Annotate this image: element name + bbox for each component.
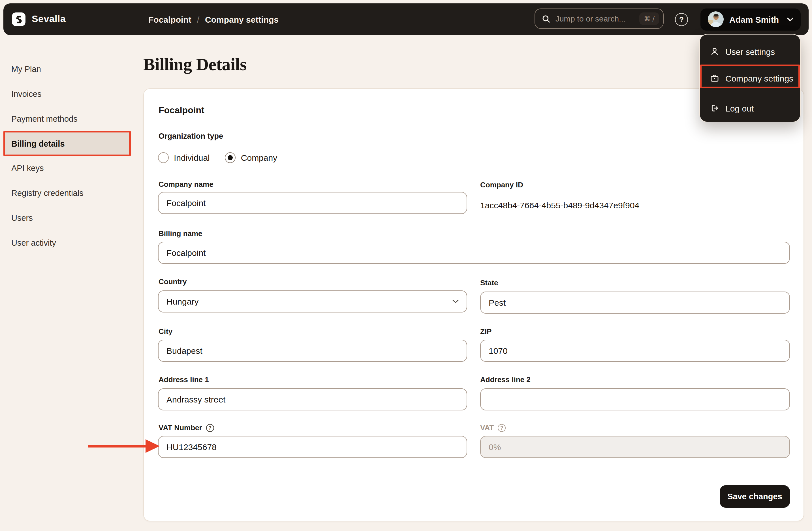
billing-name-input[interactable]: [158, 242, 790, 264]
organization-type-label: Organization type: [159, 132, 223, 141]
address-line-1-label: Address line 1: [159, 375, 209, 384]
vat-number-help-icon[interactable]: ?: [206, 424, 214, 432]
company-id-value: 1acc48b4-7664-4b55-b489-9d4347e9f904: [480, 201, 639, 210]
radio-option-company[interactable]: Company: [225, 152, 277, 163]
sevalla-logo-icon: [12, 13, 26, 26]
brand[interactable]: Sevalla: [12, 13, 66, 26]
state-label: State: [480, 279, 498, 287]
menu-item-user-settings[interactable]: User settings: [700, 39, 800, 64]
search-placeholder: Jump to or search...: [555, 14, 634, 23]
sidebar-item-invoices[interactable]: Invoices: [11, 85, 125, 102]
search-shortcut-badge: ⌘ /: [639, 13, 659, 25]
chevron-down-icon: [787, 17, 793, 21]
zip-input[interactable]: [480, 340, 790, 362]
menu-divider: [707, 92, 793, 92]
breadcrumb-separator: /: [197, 14, 199, 24]
address-line-2-label: Address line 2: [480, 375, 531, 384]
city-input[interactable]: [158, 340, 467, 362]
sidebar-item-my-plan[interactable]: My Plan: [11, 60, 125, 77]
country-value: Hungary: [166, 297, 199, 306]
annotation-box-billing-details: [3, 131, 131, 156]
sidebar-item-payment-methods[interactable]: Payment methods: [11, 110, 125, 127]
company-title: Focalpoint: [159, 105, 204, 116]
address-line-2-input[interactable]: [480, 388, 790, 410]
menu-item-log-out[interactable]: Log out: [700, 96, 800, 121]
country-select[interactable]: Hungary: [158, 291, 467, 312]
breadcrumb: Focalpoint / Company settings: [148, 3, 279, 35]
page-title: Billing Details: [143, 54, 247, 75]
question-icon: ?: [679, 15, 684, 24]
vat-number-label: VAT Number ?: [159, 424, 214, 432]
brand-name: Sevalla: [32, 14, 66, 25]
radio-individual[interactable]: [158, 152, 169, 163]
billing-details-card: Focalpoint Organization type Individual …: [143, 88, 804, 521]
breadcrumb-current[interactable]: Company settings: [205, 14, 279, 24]
topbar: Sevalla Focalpoint / Company settings Ju…: [3, 3, 809, 35]
save-button[interactable]: Save changes: [720, 485, 790, 508]
company-name-label: Company name: [159, 180, 214, 189]
menu-item-label: Log out: [725, 103, 754, 113]
city-label: City: [159, 327, 172, 336]
vat-number-input[interactable]: [158, 436, 467, 458]
help-button[interactable]: ?: [675, 13, 688, 26]
country-label: Country: [159, 277, 187, 286]
user-menu-button[interactable]: Adam Smith: [700, 8, 801, 30]
user-icon: [710, 47, 719, 56]
search-input[interactable]: Jump to or search... ⌘ /: [535, 9, 664, 29]
billing-name-label: Billing name: [159, 229, 202, 238]
company-id-label: Company ID: [480, 181, 523, 189]
sidebar-item-user-activity[interactable]: User activity: [11, 234, 125, 251]
search-icon: [542, 14, 550, 23]
address-line-1-input[interactable]: [158, 388, 467, 410]
state-input[interactable]: [480, 292, 790, 314]
zip-label: ZIP: [480, 327, 492, 336]
sidebar-item-registry-credentials[interactable]: Registry credentials: [11, 185, 125, 202]
annotation-box-company-settings: [700, 64, 800, 88]
chevron-down-icon: [452, 299, 459, 304]
sidebar-item-api-keys[interactable]: API keys: [11, 160, 125, 177]
sidebar-item-users[interactable]: Users: [11, 209, 125, 226]
vat-help-icon[interactable]: ?: [498, 424, 506, 432]
organization-type-radios: Individual Company: [158, 152, 277, 163]
annotation-arrow-vat-number: [86, 437, 161, 455]
company-name-input[interactable]: [158, 192, 467, 214]
user-name: Adam Smith: [729, 14, 781, 24]
vat-label: VAT ?: [480, 424, 506, 432]
billing-details-page: Sevalla Focalpoint / Company settings Ju…: [0, 0, 812, 531]
avatar: [708, 11, 724, 27]
radio-company[interactable]: [225, 152, 236, 163]
logout-icon: [710, 104, 719, 113]
radio-option-individual[interactable]: Individual: [158, 152, 210, 163]
vat-input: [480, 436, 790, 458]
menu-item-label: User settings: [725, 47, 775, 56]
breadcrumb-parent[interactable]: Focalpoint: [148, 14, 191, 24]
